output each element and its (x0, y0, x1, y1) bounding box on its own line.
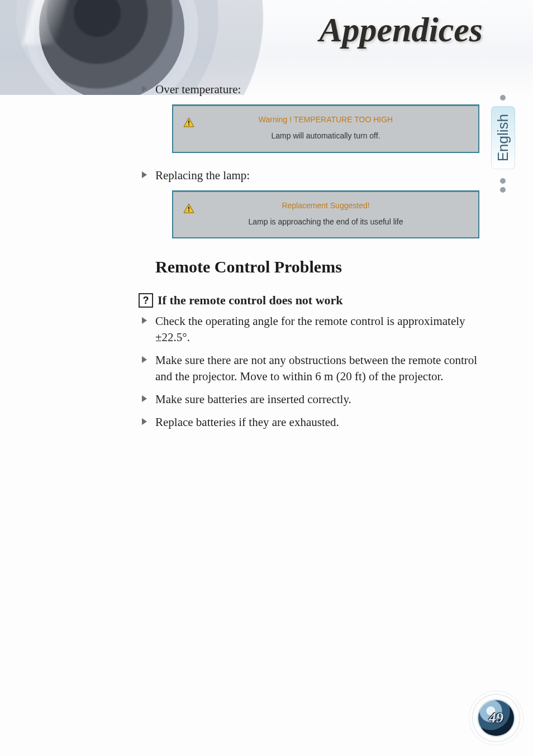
chapter-title: Appendices (319, 10, 483, 50)
list-item-text: Replacing the lamp: (155, 169, 250, 182)
list-item-text: Check the operating angle for the remote… (155, 314, 465, 344)
question-mark-icon: ? (139, 293, 153, 308)
dot-icon (500, 187, 506, 193)
svg-rect-5 (188, 210, 189, 211)
list-item-text: Make sure batteries are inserted correct… (155, 393, 351, 406)
dialog-heading: Warning ! TEMPERATURE TOO HIGH (183, 114, 468, 125)
svg-rect-1 (188, 121, 189, 123)
warning-dialog-lamp: Replacement Suggested! Lamp is approachi… (172, 190, 479, 239)
dot-icon (500, 95, 506, 101)
svg-rect-4 (188, 207, 189, 209)
list-item-text: Make sure there are not any obstructions… (155, 353, 477, 383)
remote-bullet-list: Check the operating angle for the remote… (139, 313, 485, 430)
page-content: Over temperature: Warning ! TEMPERATURE … (139, 82, 485, 437)
top-bullet-list: Over temperature: Warning ! TEMPERATURE … (139, 82, 485, 238)
svg-rect-2 (188, 124, 189, 125)
list-item: Over temperature: Warning ! TEMPERATURE … (139, 82, 485, 153)
dialog-message: Lamp is approaching the end of its usefu… (183, 217, 468, 227)
list-item: Replace batteries if they are exhausted. (139, 414, 485, 430)
question-heading-row: ? If the remote control does not work (139, 293, 485, 308)
warning-triangle-icon (183, 202, 194, 218)
dialog-message: Lamp will automatically turn off. (183, 131, 468, 141)
list-item: Replacing the lamp: Replacement Suggeste… (139, 168, 485, 239)
question-heading: If the remote control does not work (158, 293, 343, 308)
warning-dialog-temperature: Warning ! TEMPERATURE TOO HIGH Lamp will… (172, 104, 479, 153)
list-item-text: Over temperature: (155, 83, 241, 96)
dot-icon (500, 178, 506, 184)
page-number-badge: 49 (478, 700, 514, 736)
language-label: English (491, 106, 515, 169)
warning-triangle-icon (183, 116, 194, 132)
list-item: Make sure batteries are inserted correct… (139, 391, 485, 408)
section-heading: Remote Control Problems (155, 257, 485, 276)
list-item: Make sure there are not any obstructions… (139, 352, 485, 385)
list-item: Check the operating angle for the remote… (139, 313, 485, 346)
list-item-text: Replace batteries if they are exhausted. (155, 415, 339, 429)
page-number: 49 (489, 710, 503, 726)
language-tab: English (485, 95, 521, 212)
dialog-heading: Replacement Suggested! (183, 200, 468, 211)
